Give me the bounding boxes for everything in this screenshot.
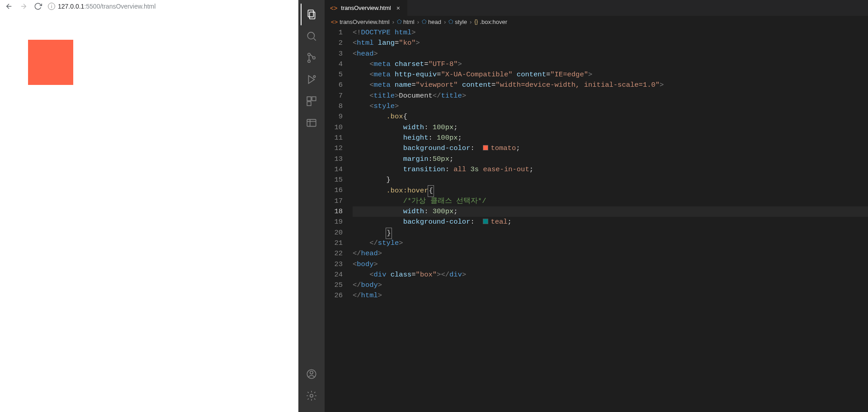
chevron-right-icon: › bbox=[443, 19, 447, 25]
code-content[interactable]: <!DOCTYPE html> <html lang="ko"> <head> … bbox=[353, 28, 868, 412]
svg-point-5 bbox=[313, 56, 315, 59]
element-icon: ⬠ bbox=[397, 19, 401, 25]
settings-icon[interactable] bbox=[301, 385, 322, 407]
vscode-pane: <> transOverview.html × <> transOverview… bbox=[298, 0, 868, 412]
svg-point-2 bbox=[307, 32, 314, 39]
tab-bar: <> transOverview.html × bbox=[325, 0, 868, 16]
chevron-right-icon: › bbox=[392, 19, 395, 25]
line-gutter: 1234567891011121314151617181920212223242… bbox=[325, 28, 353, 412]
live-preview-icon[interactable] bbox=[301, 112, 322, 134]
nav-forward-button[interactable] bbox=[19, 2, 28, 11]
editor-area: <> transOverview.html × <> transOverview… bbox=[325, 0, 868, 412]
arrow-right-icon bbox=[19, 2, 28, 10]
svg-rect-9 bbox=[307, 102, 311, 106]
explorer-icon[interactable] bbox=[301, 4, 322, 25]
breadcrumb-item[interactable]: transOverview.html bbox=[340, 19, 390, 25]
run-debug-icon[interactable] bbox=[301, 69, 322, 90]
source-control-icon[interactable] bbox=[301, 47, 322, 69]
svg-rect-1 bbox=[310, 12, 315, 19]
element-icon: ⬠ bbox=[422, 19, 426, 25]
selector-icon: {} bbox=[474, 19, 478, 25]
nav-back-button[interactable] bbox=[5, 2, 14, 11]
code-editor[interactable]: 1234567891011121314151617181920212223242… bbox=[325, 28, 868, 412]
browser-toolbar: i 127.0.0.1:5500/transOverview.html bbox=[0, 0, 298, 13]
svg-point-6 bbox=[313, 75, 315, 77]
info-icon: i bbox=[48, 3, 55, 10]
editor-tab[interactable]: <> transOverview.html × bbox=[325, 0, 408, 16]
reload-icon bbox=[34, 2, 42, 10]
svg-point-12 bbox=[310, 371, 313, 375]
svg-point-3 bbox=[308, 53, 310, 56]
breadcrumb-item[interactable]: .box:hover bbox=[480, 19, 507, 25]
element-icon: ⬠ bbox=[448, 19, 453, 25]
breadcrumb-item[interactable]: style bbox=[455, 19, 467, 25]
color-swatch-icon bbox=[483, 145, 488, 150]
svg-point-13 bbox=[310, 394, 313, 398]
accounts-icon[interactable] bbox=[301, 363, 322, 385]
breadcrumb[interactable]: <> transOverview.html › ⬠ html › ⬠ head … bbox=[325, 16, 868, 28]
svg-rect-0 bbox=[308, 10, 313, 17]
breadcrumb-item[interactable]: html bbox=[403, 19, 415, 25]
svg-rect-10 bbox=[307, 119, 316, 126]
url-path: :5500/transOverview.html bbox=[84, 3, 156, 10]
chevron-right-icon: › bbox=[469, 19, 472, 25]
extensions-icon[interactable] bbox=[301, 90, 322, 112]
activity-bar bbox=[298, 0, 325, 412]
url-host: 127.0.0.1 bbox=[58, 3, 84, 10]
svg-rect-8 bbox=[312, 97, 316, 101]
close-icon[interactable]: × bbox=[395, 5, 402, 12]
url-bar[interactable]: i 127.0.0.1:5500/transOverview.html bbox=[48, 3, 156, 10]
search-icon[interactable] bbox=[301, 25, 322, 47]
svg-rect-7 bbox=[307, 97, 311, 101]
tab-label: transOverview.html bbox=[341, 5, 391, 11]
browser-viewport bbox=[0, 13, 298, 412]
color-swatch-icon bbox=[483, 219, 488, 224]
arrow-left-icon bbox=[5, 2, 13, 10]
html-file-icon: <> bbox=[330, 5, 337, 12]
nav-reload-button[interactable] bbox=[33, 2, 42, 11]
rendered-box bbox=[28, 40, 73, 85]
html-file-icon: <> bbox=[331, 19, 338, 25]
svg-point-4 bbox=[308, 60, 310, 62]
browser-pane: i 127.0.0.1:5500/transOverview.html bbox=[0, 0, 298, 412]
breadcrumb-item[interactable]: head bbox=[428, 19, 441, 25]
chevron-right-icon: › bbox=[416, 19, 420, 25]
